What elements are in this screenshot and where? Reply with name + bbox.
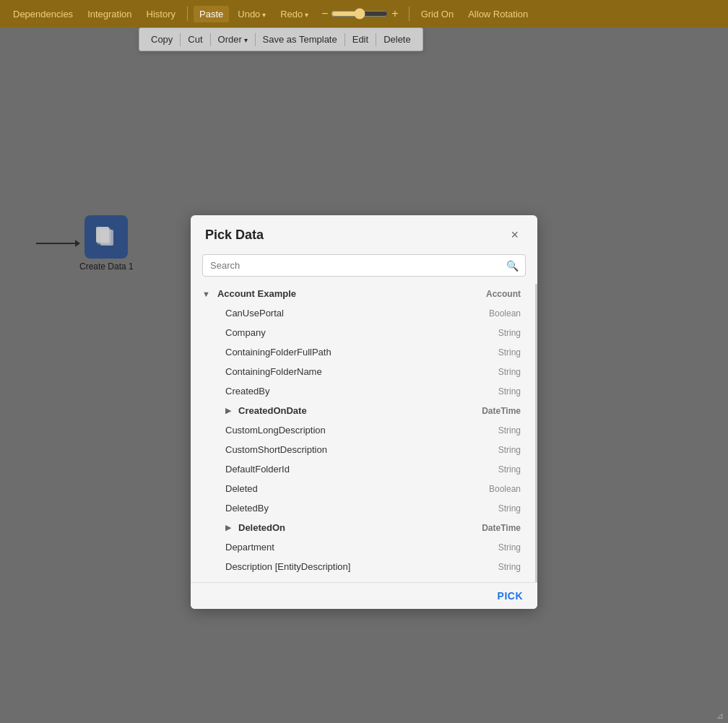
modal-footer: PICK xyxy=(191,582,537,609)
search-input[interactable] xyxy=(202,254,526,277)
list-item[interactable]: CustomShortDescription String xyxy=(191,440,535,459)
item-type: DateTime xyxy=(482,523,521,533)
expand-icon: ▶ xyxy=(225,406,231,415)
item-name: CustomLongDescription xyxy=(225,425,326,436)
item-name: CanUsePortal xyxy=(225,308,284,319)
resize-handle[interactable]: ⊿ xyxy=(716,711,725,720)
item-type: Boolean xyxy=(489,484,521,494)
item-type: String xyxy=(498,503,521,514)
item-type: Account xyxy=(486,289,521,299)
item-name: CreatedBy xyxy=(225,386,269,397)
item-type: String xyxy=(498,367,521,377)
modal-header: Pick Data × xyxy=(191,215,537,250)
modal-overlay[interactable]: Pick Data × 🔍 ▼ Account Example Account … xyxy=(0,27,728,723)
zoom-control: − + xyxy=(321,8,399,20)
item-name: DefaultFolderId xyxy=(225,464,290,475)
list-item[interactable]: Company String xyxy=(191,323,535,342)
toolbar-sep-1 xyxy=(187,7,188,21)
list-item[interactable]: Department String xyxy=(191,537,535,557)
item-name: Deleted xyxy=(225,483,258,494)
item-name: DeletedOn xyxy=(238,522,285,533)
item-type: Boolean xyxy=(489,308,521,319)
toolbar-grid-on[interactable]: Grid On xyxy=(415,6,460,22)
list-item[interactable]: ▶ DeletedOn DateTime xyxy=(191,518,535,537)
toolbar-undo[interactable]: Undo xyxy=(232,6,272,22)
item-type: String xyxy=(498,425,521,436)
toolbar-history[interactable]: History xyxy=(141,6,181,22)
list-item[interactable]: ContainingFolderFullPath String xyxy=(191,342,535,362)
item-name: CreatedOnDate xyxy=(238,405,307,416)
toolbar-paste[interactable]: Paste xyxy=(194,6,229,22)
item-name: CustomShortDescription xyxy=(225,444,327,455)
item-type: String xyxy=(498,347,521,358)
item-type: String xyxy=(498,464,521,475)
item-name: Company xyxy=(225,327,266,338)
item-name: ContainingFolderFullPath xyxy=(225,347,332,358)
list-item[interactable]: Deleted Boolean xyxy=(191,479,535,498)
item-type: DateTime xyxy=(482,406,521,416)
list-item[interactable]: DefaultFolderId String xyxy=(191,459,535,479)
item-name: DeletedBy xyxy=(225,503,269,514)
item-name: ContainingFolderName xyxy=(225,366,322,377)
zoom-minus-button[interactable]: − xyxy=(321,8,328,20)
list-item[interactable]: CreatedBy String xyxy=(191,381,535,401)
list-item[interactable]: Description [EntityDescription] String xyxy=(191,557,535,576)
item-name: Account Example xyxy=(217,288,296,299)
list-item[interactable]: ▶ CreatedOnDate DateTime xyxy=(191,401,535,420)
data-list[interactable]: ▼ Account Example Account CanUsePortal B… xyxy=(191,284,537,582)
toolbar-redo[interactable]: Redo xyxy=(274,6,314,22)
toolbar-sep-2 xyxy=(409,7,410,21)
list-item[interactable]: ▼ Account Example Account xyxy=(191,284,535,303)
expand-icon: ▶ xyxy=(225,523,231,532)
toolbar-dependencies[interactable]: Dependencies xyxy=(7,6,79,22)
item-type: String xyxy=(498,386,521,397)
item-name: Department xyxy=(225,542,274,553)
item-type: String xyxy=(498,562,521,572)
zoom-slider[interactable] xyxy=(331,8,389,20)
toolbar: Dependencies Integration History Paste U… xyxy=(0,0,728,27)
pick-button[interactable]: PICK xyxy=(498,590,523,602)
search-wrapper: 🔍 xyxy=(202,254,526,277)
item-type: String xyxy=(498,445,521,455)
item-type: String xyxy=(498,328,521,338)
item-type: String xyxy=(498,542,521,553)
list-item[interactable]: DeletedBy String xyxy=(191,498,535,518)
expand-icon: ▼ xyxy=(202,290,210,298)
list-item[interactable]: CanUsePortal Boolean xyxy=(191,303,535,323)
modal-title: Pick Data xyxy=(205,228,264,243)
toolbar-integration[interactable]: Integration xyxy=(82,6,137,22)
zoom-plus-button[interactable]: + xyxy=(391,8,398,20)
search-container: 🔍 xyxy=(191,250,537,284)
item-name: Description [EntityDescription] xyxy=(225,561,350,572)
toolbar-allow-rotation[interactable]: Allow Rotation xyxy=(462,6,534,22)
list-item[interactable]: ContainingFolderName String xyxy=(191,362,535,381)
modal-close-button[interactable]: × xyxy=(506,227,523,243)
pick-data-modal: Pick Data × 🔍 ▼ Account Example Account … xyxy=(191,215,537,609)
list-item[interactable]: CustomLongDescription String xyxy=(191,420,535,440)
